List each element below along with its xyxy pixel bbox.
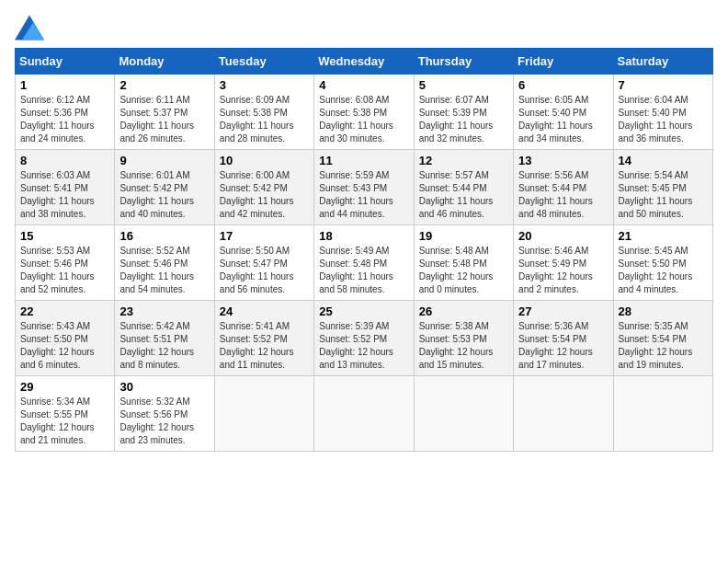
day-content: Sunrise: 6:01 AM Sunset: 5:42 PM Dayligh… — [119, 169, 209, 221]
day-content: Sunrise: 5:57 AM Sunset: 5:44 PM Dayligh… — [419, 169, 508, 221]
calendar-cell: 9Sunrise: 6:01 AM Sunset: 5:42 PM Daylig… — [115, 150, 214, 225]
day-content: Sunrise: 5:34 AM Sunset: 5:55 PM Dayligh… — [20, 396, 109, 447]
day-number: 25 — [319, 304, 408, 318]
day-content: Sunrise: 5:50 AM Sunset: 5:47 PM Dayligh… — [220, 245, 309, 296]
calendar-cell: 11Sunrise: 5:59 AM Sunset: 5:43 PM Dayli… — [314, 150, 414, 225]
calendar-cell: 5Sunrise: 6:07 AM Sunset: 5:39 PM Daylig… — [414, 75, 513, 150]
calendar-cell: 14Sunrise: 5:54 AM Sunset: 5:45 PM Dayli… — [613, 150, 712, 225]
day-content: Sunrise: 6:12 AM Sunset: 5:36 PM Dayligh… — [20, 94, 109, 145]
day-content: Sunrise: 6:11 AM Sunset: 5:37 PM Dayligh… — [119, 94, 209, 145]
calendar-row-2: 8Sunrise: 6:03 AM Sunset: 5:41 PM Daylig… — [16, 150, 713, 225]
calendar-cell: 21Sunrise: 5:45 AM Sunset: 5:50 PM Dayli… — [613, 225, 712, 301]
day-number: 4 — [319, 78, 408, 92]
calendar-cell: 26Sunrise: 5:38 AM Sunset: 5:53 PM Dayli… — [414, 301, 513, 376]
calendar-cell: 10Sunrise: 6:00 AM Sunset: 5:42 PM Dayli… — [214, 150, 313, 225]
page-header — [15, 15, 713, 40]
calendar-cell: 1Sunrise: 6:12 AM Sunset: 5:36 PM Daylig… — [16, 75, 115, 150]
day-content: Sunrise: 5:54 AM Sunset: 5:45 PM Dayligh… — [619, 169, 708, 221]
day-content: Sunrise: 5:32 AM Sunset: 5:56 PM Dayligh… — [119, 396, 209, 447]
day-number: 8 — [20, 154, 109, 167]
day-content: Sunrise: 5:53 AM Sunset: 5:46 PM Dayligh… — [20, 245, 109, 296]
calendar-cell — [314, 376, 414, 452]
day-content: Sunrise: 5:39 AM Sunset: 5:52 PM Dayligh… — [319, 320, 408, 372]
logo — [15, 15, 46, 40]
calendar-cell: 30Sunrise: 5:32 AM Sunset: 5:56 PM Dayli… — [115, 376, 214, 452]
calendar-cell: 20Sunrise: 5:46 AM Sunset: 5:49 PM Dayli… — [514, 225, 613, 301]
day-number: 1 — [20, 78, 109, 92]
calendar-row-3: 15Sunrise: 5:53 AM Sunset: 5:46 PM Dayli… — [16, 225, 713, 301]
day-content: Sunrise: 5:48 AM Sunset: 5:48 PM Dayligh… — [419, 245, 508, 296]
column-header-monday: Monday — [115, 49, 214, 75]
day-number: 11 — [319, 154, 408, 167]
day-content: Sunrise: 6:05 AM Sunset: 5:40 PM Dayligh… — [518, 94, 608, 145]
day-number: 6 — [518, 78, 608, 92]
day-number: 10 — [220, 154, 309, 167]
day-content: Sunrise: 6:04 AM Sunset: 5:40 PM Dayligh… — [619, 94, 708, 145]
day-content: Sunrise: 5:59 AM Sunset: 5:43 PM Dayligh… — [319, 169, 408, 221]
calendar-cell: 16Sunrise: 5:52 AM Sunset: 5:46 PM Dayli… — [115, 225, 214, 301]
calendar-cell: 25Sunrise: 5:39 AM Sunset: 5:52 PM Dayli… — [314, 301, 414, 376]
day-number: 12 — [419, 154, 508, 167]
calendar-cell: 7Sunrise: 6:04 AM Sunset: 5:40 PM Daylig… — [613, 75, 712, 150]
day-number: 7 — [619, 78, 708, 92]
day-number: 20 — [518, 229, 608, 243]
calendar-cell — [414, 376, 513, 452]
day-number: 9 — [119, 154, 209, 167]
calendar-cell: 4Sunrise: 6:08 AM Sunset: 5:38 PM Daylig… — [314, 75, 414, 150]
day-number: 26 — [419, 304, 508, 318]
calendar-cell: 13Sunrise: 5:56 AM Sunset: 5:44 PM Dayli… — [514, 150, 613, 225]
column-header-tuesday: Tuesday — [214, 49, 313, 75]
day-content: Sunrise: 6:00 AM Sunset: 5:42 PM Dayligh… — [220, 169, 309, 221]
calendar-cell: 6Sunrise: 6:05 AM Sunset: 5:40 PM Daylig… — [514, 75, 613, 150]
calendar-row-1: 1Sunrise: 6:12 AM Sunset: 5:36 PM Daylig… — [16, 75, 713, 150]
calendar-row-4: 22Sunrise: 5:43 AM Sunset: 5:50 PM Dayli… — [16, 301, 713, 376]
calendar-cell: 3Sunrise: 6:09 AM Sunset: 5:38 PM Daylig… — [214, 75, 313, 150]
day-number: 17 — [220, 229, 309, 243]
column-header-friday: Friday — [514, 49, 613, 75]
calendar-cell: 27Sunrise: 5:36 AM Sunset: 5:54 PM Dayli… — [514, 301, 613, 376]
day-number: 5 — [419, 78, 508, 92]
day-content: Sunrise: 5:41 AM Sunset: 5:52 PM Dayligh… — [220, 320, 309, 372]
calendar-cell: 8Sunrise: 6:03 AM Sunset: 5:41 PM Daylig… — [16, 150, 115, 225]
day-content: Sunrise: 5:45 AM Sunset: 5:50 PM Dayligh… — [619, 245, 708, 296]
day-content: Sunrise: 6:08 AM Sunset: 5:38 PM Dayligh… — [319, 94, 408, 145]
day-number: 27 — [518, 304, 608, 318]
calendar-cell: 15Sunrise: 5:53 AM Sunset: 5:46 PM Dayli… — [16, 225, 115, 301]
calendar-cell — [613, 376, 712, 452]
day-content: Sunrise: 5:56 AM Sunset: 5:44 PM Dayligh… — [518, 169, 608, 221]
day-content: Sunrise: 5:49 AM Sunset: 5:48 PM Dayligh… — [319, 245, 408, 296]
calendar-cell: 19Sunrise: 5:48 AM Sunset: 5:48 PM Dayli… — [414, 225, 513, 301]
day-content: Sunrise: 5:35 AM Sunset: 5:54 PM Dayligh… — [619, 320, 708, 372]
day-number: 16 — [119, 229, 209, 243]
day-number: 30 — [119, 380, 209, 394]
calendar: SundayMondayTuesdayWednesdayThursdayFrid… — [15, 48, 713, 452]
day-number: 19 — [419, 229, 508, 243]
day-content: Sunrise: 5:42 AM Sunset: 5:51 PM Dayligh… — [119, 320, 209, 372]
calendar-cell: 17Sunrise: 5:50 AM Sunset: 5:47 PM Dayli… — [214, 225, 313, 301]
calendar-cell: 22Sunrise: 5:43 AM Sunset: 5:50 PM Dayli… — [16, 301, 115, 376]
calendar-cell: 23Sunrise: 5:42 AM Sunset: 5:51 PM Dayli… — [115, 301, 214, 376]
day-content: Sunrise: 6:07 AM Sunset: 5:39 PM Dayligh… — [419, 94, 508, 145]
calendar-cell: 28Sunrise: 5:35 AM Sunset: 5:54 PM Dayli… — [613, 301, 712, 376]
calendar-cell: 18Sunrise: 5:49 AM Sunset: 5:48 PM Dayli… — [314, 225, 414, 301]
day-number: 2 — [119, 78, 209, 92]
column-header-wednesday: Wednesday — [314, 49, 414, 75]
day-number: 28 — [619, 304, 708, 318]
day-content: Sunrise: 5:38 AM Sunset: 5:53 PM Dayligh… — [419, 320, 508, 372]
day-number: 21 — [619, 229, 708, 243]
day-content: Sunrise: 6:09 AM Sunset: 5:38 PM Dayligh… — [220, 94, 309, 145]
day-number: 24 — [220, 304, 309, 318]
day-number: 22 — [20, 304, 109, 318]
day-content: Sunrise: 5:36 AM Sunset: 5:54 PM Dayligh… — [518, 320, 608, 372]
day-number: 29 — [20, 380, 109, 394]
day-content: Sunrise: 5:46 AM Sunset: 5:49 PM Dayligh… — [518, 245, 608, 296]
calendar-cell: 24Sunrise: 5:41 AM Sunset: 5:52 PM Dayli… — [214, 301, 313, 376]
calendar-cell: 29Sunrise: 5:34 AM Sunset: 5:55 PM Dayli… — [16, 376, 115, 452]
logo-icon — [15, 15, 44, 40]
day-content: Sunrise: 5:52 AM Sunset: 5:46 PM Dayligh… — [119, 245, 209, 296]
day-content: Sunrise: 6:03 AM Sunset: 5:41 PM Dayligh… — [20, 169, 109, 221]
calendar-cell — [514, 376, 613, 452]
column-header-thursday: Thursday — [414, 49, 513, 75]
day-number: 13 — [518, 154, 608, 167]
calendar-header-row: SundayMondayTuesdayWednesdayThursdayFrid… — [16, 49, 713, 75]
